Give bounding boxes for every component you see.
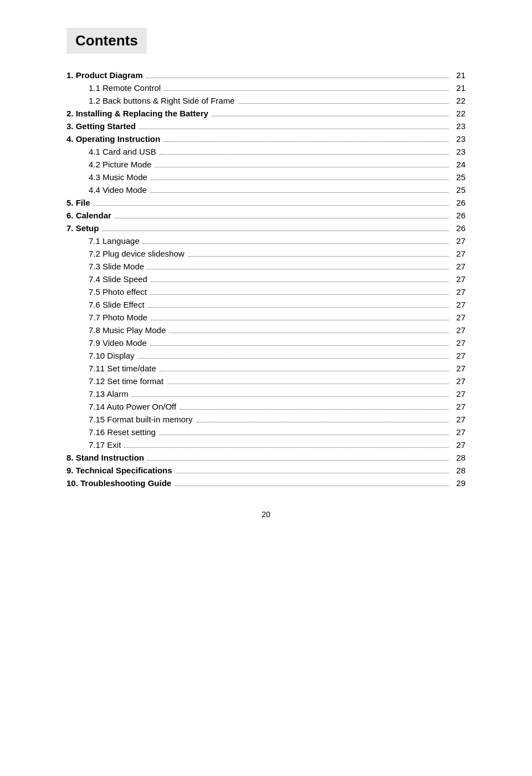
toc-dots	[188, 256, 449, 257]
toc-row: 7.10 Display27	[66, 351, 466, 360]
toc-label: 4. Operating Instruction	[66, 134, 160, 144]
toc-row: 4.4 Video Mode25	[66, 185, 466, 195]
toc-row: 7.5 Photo effect27	[66, 287, 466, 297]
toc-dots	[160, 154, 449, 155]
toc-page-number: 27	[452, 249, 466, 258]
toc-row: 3. Getting Started23	[66, 121, 466, 131]
toc-dots	[132, 396, 449, 397]
toc-label: 7.2 Plug device slideshow	[66, 249, 185, 258]
toc-page-number: 25	[452, 172, 466, 182]
toc-dots	[115, 218, 449, 218]
toc-label: 3. Getting Started	[66, 121, 136, 131]
toc-label: 7.11 Set time/date	[66, 364, 156, 373]
toc-label: 7.14 Auto Power On/Off	[66, 402, 176, 411]
toc-label: 7. Setup	[66, 223, 99, 233]
page-number: 20	[66, 510, 466, 519]
toc-page-number: 29	[452, 478, 466, 488]
toc-dots	[146, 78, 449, 78]
toc-row: 7.2 Plug device slideshow27	[66, 249, 466, 258]
toc-dots	[238, 103, 449, 104]
toc-dots	[159, 435, 449, 435]
toc-page-number: 27	[452, 262, 466, 271]
toc-page-number: 27	[452, 415, 466, 424]
toc-label: 1.1 Remote Control	[66, 83, 161, 93]
toc-page-number: 27	[452, 376, 466, 386]
toc-page-number: 27	[452, 440, 466, 450]
toc-dots	[196, 422, 449, 422]
page-container: Contents 1. Product Diagram211.1 Remote …	[50, 0, 482, 552]
toc-dots	[138, 358, 449, 359]
toc-label: 5. File	[66, 198, 90, 207]
toc-page-number: 27	[452, 287, 466, 297]
toc-row: 5. File26	[66, 198, 466, 207]
toc-label: 7.5 Photo effect	[66, 287, 147, 297]
toc-row: 8. Stand Instruction28	[66, 453, 466, 462]
toc-dots	[160, 371, 449, 371]
toc-row: 7.14 Auto Power On/Off27	[66, 402, 466, 411]
toc-dots	[212, 116, 449, 116]
toc-row: 2. Installing & Replacing the Battery22	[66, 109, 466, 118]
toc-row: 1.1 Remote Control21	[66, 83, 466, 93]
toc-row: 7.7 Photo Mode27	[66, 313, 466, 322]
toc-page-number: 27	[452, 325, 466, 335]
toc-row: 7. Setup26	[66, 223, 466, 233]
toc-label: 4.2 Picture Mode	[66, 160, 151, 169]
toc-row: 7.4 Slide Speed27	[66, 274, 466, 284]
toc-row: 7.15 Format built-in memory27	[66, 415, 466, 424]
toc-row: 7.12 Set time format27	[66, 376, 466, 386]
toc-dots	[155, 167, 449, 167]
toc-dots	[167, 384, 449, 384]
toc-page-number: 27	[452, 427, 466, 437]
page-title: Contents	[66, 28, 147, 54]
toc-dots	[180, 409, 449, 410]
toc-label: 7.15 Format built-in memory	[66, 415, 193, 424]
toc-dots	[163, 141, 449, 142]
toc-row: 7.17 Exit27	[66, 440, 466, 450]
toc-page-number: 27	[452, 351, 466, 360]
toc-dots	[164, 90, 449, 91]
toc-dots	[151, 282, 449, 282]
toc-dots	[139, 129, 449, 129]
toc-page-number: 21	[452, 83, 466, 93]
toc-page-number: 27	[452, 313, 466, 322]
toc-page-number: 27	[452, 389, 466, 399]
toc-page-number: 27	[452, 364, 466, 373]
toc-dots	[175, 486, 449, 486]
toc-dots	[143, 243, 449, 244]
toc-page-number: 27	[452, 338, 466, 348]
toc-page-number: 23	[452, 121, 466, 131]
toc-page-number: 27	[452, 274, 466, 284]
toc-label: 4.1 Card and USB	[66, 147, 156, 156]
toc-page-number: 28	[452, 453, 466, 462]
toc-label: 7.6 Slide Effect	[66, 300, 145, 309]
toc-dots	[102, 231, 449, 231]
toc-label: 10. Troubleshooting Guide	[66, 478, 171, 488]
toc-dots	[147, 269, 449, 269]
toc-label: 4.4 Video Mode	[66, 185, 147, 195]
toc-row: 7.8 Music Play Mode27	[66, 325, 466, 335]
toc-page-number: 26	[452, 223, 466, 233]
toc-page-number: 22	[452, 109, 466, 118]
toc-label: 4.3 Music Mode	[66, 172, 147, 182]
toc-row: 4.1 Card and USB23	[66, 147, 466, 156]
toc-row: 4.3 Music Mode25	[66, 172, 466, 182]
toc-label: 7.9 Video Mode	[66, 338, 147, 348]
toc-page-number: 23	[452, 147, 466, 156]
toc-page-number: 27	[452, 236, 466, 246]
toc-dots	[147, 460, 449, 461]
toc-dots	[151, 180, 449, 180]
toc-row: 7.13 Alarm27	[66, 389, 466, 399]
toc-dots	[169, 333, 449, 333]
toc-row: 7.11 Set time/date27	[66, 364, 466, 373]
toc-label: 7.1 Language	[66, 236, 140, 246]
toc-label: 8. Stand Instruction	[66, 453, 144, 462]
toc-row: 1. Product Diagram21	[66, 70, 466, 80]
toc-label: 7.12 Set time format	[66, 376, 163, 386]
toc-page-number: 28	[452, 466, 466, 475]
toc-label: 7.16 Reset setting	[66, 427, 156, 437]
toc-label: 7.3 Slide Mode	[66, 262, 144, 271]
toc-label: 7.8 Music Play Mode	[66, 325, 166, 335]
toc-row: 7.16 Reset setting27	[66, 427, 466, 437]
toc-label: 7.17 Exit	[66, 440, 121, 450]
toc-dots	[150, 345, 449, 346]
